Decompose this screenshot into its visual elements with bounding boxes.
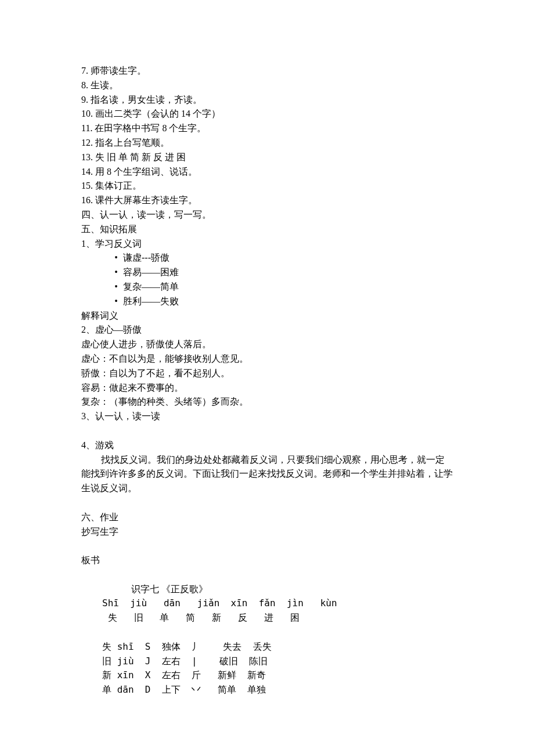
board-label: 板书 [81,553,453,568]
definition-line: 虚心使人进步，骄傲使人落后。 [81,337,453,352]
item-text: 课件大屏幕生齐读生字。 [95,193,453,208]
bullet-icon: • [109,265,123,280]
item-text: 在田字格中书写 8 个生字。 [95,121,453,136]
subitem-4: 4、游戏 [81,438,453,453]
character-row: 失 旧 单 简 新 反 进 困 [102,611,453,625]
section-heading-5: 五、知识拓展 [81,222,453,237]
item-number: 14. [81,165,95,179]
item-text: 画出二类字（会认的 14 个字） [95,107,453,121]
antonym-pair: 谦虚---骄傲 [123,253,169,262]
item-text: 师带读生字。 [91,64,453,78]
definition-line: 复杂：（事物的种类、头绪等）多而杂。 [81,395,453,409]
item-number: 16. [81,193,95,208]
list-item: 15. 集体订正。 [81,179,453,193]
blank-line [81,496,453,510]
section-heading-4: 四、认一认，读一读，写一写。 [81,208,453,222]
item-number: 11. [81,121,95,136]
item-number: 7. [81,64,91,78]
board-title: 识字七 《正反歌》 [81,582,453,597]
definition-line: 容易：做起来不费事的。 [81,381,453,395]
blank-line [81,568,453,582]
item-text: 指名读，男女生读，齐读。 [91,93,453,107]
table-row: 旧 jiù J 左右 | 破旧 陈旧 [102,654,453,669]
antonym-list: •谦虚---骄傲 •容易——困难 •复杂——简单 •胜利——失败 [81,251,453,308]
item-number: 8. [81,78,91,93]
subitem-2: 2、虚心—骄傲 [81,323,453,337]
list-item: 12. 指名上台写笔顺。 [81,136,453,150]
explain-heading: 解释词义 [81,309,453,323]
blank-line [81,424,453,438]
list-item: 14. 用 8 个生字组词、说话。 [81,165,453,179]
table-row: 新 xīn X 左右 斤 新鲜 新奇 [102,668,453,683]
list-item: 13. 失 旧 单 简 新 反 进 困 [81,150,453,165]
list-item: 11. 在田字格中书写 8 个生字。 [81,121,453,136]
homework-line: 抄写生字 [81,525,453,539]
antonym-pair: 容易——困难 [123,267,179,277]
item-number: 15. [81,179,95,193]
bullet-icon: • [109,251,123,265]
section-heading-6: 六、作业 [81,510,453,525]
pinyin-row: Shī jiù dān jiǎn xīn fǎn jìn kùn [102,596,453,611]
game-paragraph: 找找反义词。我们的身边处处都藏着反义词，只要我们细心观察，用心思考，就一定能找到… [81,453,453,496]
item-number: 9. [81,93,91,107]
definition-line: 虚心：不自以为是，能够接收别人意见。 [81,352,453,366]
item-number: 13. [81,150,95,165]
item-text: 指名上台写笔顺。 [95,136,453,150]
table-row: 失 shī S 独体 丿 失去 丢失 [102,640,453,654]
list-item: 9. 指名读，男女生读，齐读。 [81,93,453,107]
item-text: 失 旧 单 简 新 反 进 困 [95,150,453,165]
bullet-icon: • [109,280,123,294]
list-item: 8. 生读。 [81,78,453,93]
item-number: 10. [81,107,95,121]
document-page: 7. 师带读生字。 8. 生读。 9. 指名读，男女生读，齐读。 10. 画出二… [0,0,534,756]
item-text: 生读。 [91,78,453,93]
blank-line [81,539,453,553]
list-item: •胜利——失败 [109,294,453,309]
list-item: •复杂——简单 [109,280,453,294]
list-item: 16. 课件大屏幕生齐读生字。 [81,193,453,208]
definition-line: 骄傲：自以为了不起，看不起别人。 [81,366,453,381]
item-text: 用 8 个生字组词、说话。 [95,165,453,179]
item-number: 12. [81,136,95,150]
subitem-1: 1、学习反义词 [81,237,453,251]
blank-line [102,625,453,640]
board-content: Shī jiù dān jiǎn xīn fǎn jìn kùn 失 旧 单 简… [81,596,453,697]
list-item: 7. 师带读生字。 [81,64,453,78]
antonym-pair: 复杂——简单 [123,282,179,291]
item-text: 集体订正。 [95,179,453,193]
list-item: 10. 画出二类字（会认的 14 个字） [81,107,453,121]
table-row: 单 dān D 上下 丷 简单 单独 [102,683,453,697]
numbered-list: 7. 师带读生字。 8. 生读。 9. 指名读，男女生读，齐读。 10. 画出二… [81,64,453,208]
subitem-3: 3、认一认，读一读 [81,409,453,424]
antonym-pair: 胜利——失败 [123,296,179,306]
list-item: •谦虚---骄傲 [109,251,453,265]
bullet-icon: • [109,294,123,309]
list-item: •容易——困难 [109,265,453,280]
